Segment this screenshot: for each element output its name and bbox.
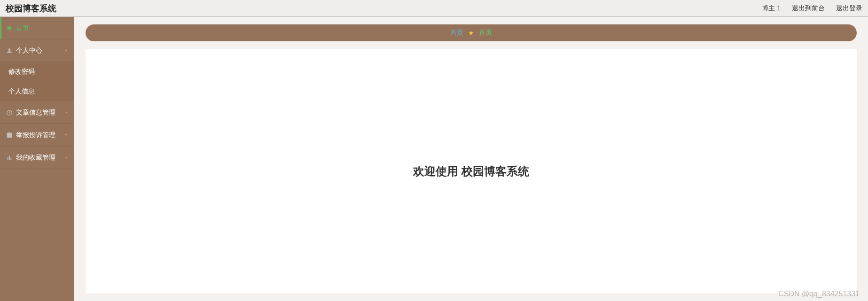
main-content: 首页 ★ 首页 欢迎使用 校园博客系统 — [74, 17, 868, 301]
clipboard-icon — [6, 131, 13, 139]
sidebar-subitem-password[interactable]: 修改密码 — [0, 62, 74, 82]
user-icon — [6, 47, 13, 54]
sidebar-item-label: 文章信息管理 — [16, 108, 55, 117]
chevron-down-icon — [64, 155, 69, 161]
chevron-down-icon — [64, 132, 69, 138]
content-panel: 欢迎使用 校园博客系统 — [86, 49, 857, 293]
header: 校园博客系统 博主 1 退出到前台 退出登录 — [0, 0, 868, 17]
header-right: 博主 1 退出到前台 退出登录 — [762, 4, 862, 13]
sidebar-subitem-label: 个人信息 — [8, 87, 35, 96]
sidebar-item-article[interactable]: 文章信息管理 — [0, 101, 74, 124]
sidebar-item-label: 我的收藏管理 — [16, 154, 55, 162]
sidebar-item-label: 个人中心 — [16, 46, 42, 55]
app-title: 校园博客系统 — [6, 3, 56, 14]
chevron-up-icon — [64, 48, 69, 54]
logout-link[interactable]: 退出登录 — [836, 4, 862, 13]
sidebar-item-personal[interactable]: 个人中心 — [0, 39, 74, 62]
sidebar-subitem-label: 修改密码 — [8, 68, 35, 76]
star-icon: ★ — [468, 29, 474, 37]
sidebar-item-report[interactable]: 举报投诉管理 — [0, 124, 74, 147]
breadcrumb-home[interactable]: 首页 — [450, 29, 463, 37]
home-icon — [6, 24, 13, 32]
sidebar-item-favorites[interactable]: 我的收藏管理 — [0, 147, 74, 169]
welcome-message: 欢迎使用 校园博客系统 — [413, 164, 529, 179]
sidebar: 首页 个人中心 修改密码 个人信息 文章信息管理 — [0, 17, 74, 301]
sidebar-item-label: 首页 — [16, 24, 29, 32]
user-label[interactable]: 博主 1 — [762, 4, 781, 13]
chart-icon — [6, 154, 13, 162]
body-container: 首页 个人中心 修改密码 个人信息 文章信息管理 — [0, 17, 868, 301]
sidebar-item-label: 举报投诉管理 — [16, 131, 55, 139]
exit-front-link[interactable]: 退出到前台 — [792, 4, 825, 13]
breadcrumb: 首页 ★ 首页 — [86, 24, 857, 41]
breadcrumb-current: 首页 — [479, 29, 492, 37]
sidebar-subitem-profile[interactable]: 个人信息 — [0, 82, 74, 101]
chevron-down-icon — [64, 110, 69, 116]
sidebar-item-home[interactable]: 首页 — [0, 17, 74, 39]
clock-icon — [6, 109, 13, 116]
